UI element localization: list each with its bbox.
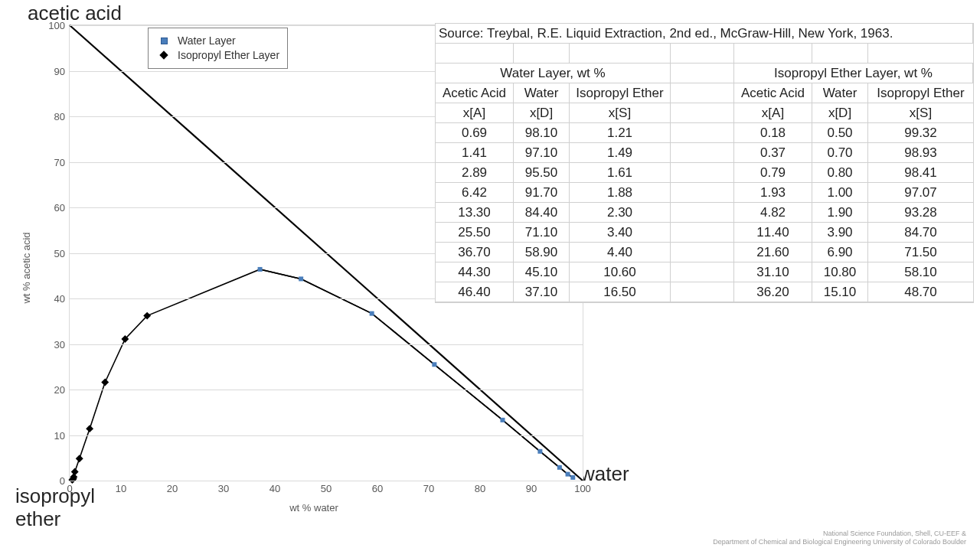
table-cell: 4.82 xyxy=(734,203,812,223)
table-cell: Isopropyl Ether xyxy=(570,83,671,103)
svg-rect-12 xyxy=(71,468,79,476)
svg-rect-1 xyxy=(566,472,570,477)
table-cell: 6.90 xyxy=(812,243,868,262)
table-cell: 25.50 xyxy=(436,223,514,243)
y-tick: 60 xyxy=(44,202,65,214)
table-cell xyxy=(671,64,734,83)
x-tick: 80 xyxy=(475,483,485,494)
table-cell xyxy=(812,44,868,64)
table-cell: 1.00 xyxy=(812,183,868,203)
svg-rect-15 xyxy=(101,379,109,386)
data-table: Source: Treybal, R.E. Liquid Extraction,… xyxy=(435,23,974,303)
table-cell: 2.30 xyxy=(570,203,671,223)
chart-legend: Water Layer Isopropyl Ether Layer xyxy=(148,28,288,69)
table-cell: 2.89 xyxy=(436,163,514,183)
table-cell: 13.30 xyxy=(436,203,514,223)
legend-ether-layer: Isopropyl Ether Layer xyxy=(178,49,279,61)
table-cell: x[A] xyxy=(734,103,812,123)
table-cell: 98.93 xyxy=(868,143,973,163)
x-tick: 60 xyxy=(372,483,383,494)
table-cell: 45.10 xyxy=(514,262,570,282)
table-cell: 1.41 xyxy=(436,143,514,163)
table-cell: 71.50 xyxy=(868,243,973,262)
table-cell: 84.70 xyxy=(868,223,973,243)
table-cell: 21.60 xyxy=(734,243,812,262)
svg-rect-4 xyxy=(500,418,505,422)
x-tick: 50 xyxy=(321,483,332,494)
table-cell: 37.10 xyxy=(514,282,570,302)
svg-rect-0 xyxy=(570,475,575,480)
group-ether: Isopropyl Ether Layer, wt % xyxy=(734,64,973,83)
table-cell: 91.70 xyxy=(514,183,570,203)
x-tick: 0 xyxy=(67,483,72,494)
table-cell xyxy=(436,44,514,64)
x-tick: 100 xyxy=(574,483,591,494)
table-cell: 1.49 xyxy=(570,143,671,163)
table-cell: 46.40 xyxy=(436,282,514,302)
svg-rect-13 xyxy=(76,455,83,462)
svg-rect-8 xyxy=(258,267,263,272)
table-cell: 10.60 xyxy=(570,262,671,282)
table-cell xyxy=(671,103,734,123)
table-cell: 58.90 xyxy=(514,243,570,262)
table-cell: 99.32 xyxy=(868,123,973,143)
table-cell: Acetic Acid xyxy=(734,83,812,103)
table-cell: 0.79 xyxy=(734,163,812,183)
table-cell: 93.28 xyxy=(868,203,973,223)
table-cell: 10.80 xyxy=(812,262,868,282)
x-tick: 90 xyxy=(526,483,537,494)
table-cell: x[D] xyxy=(812,103,868,123)
table-cell: 58.10 xyxy=(868,262,973,282)
table-cell: 98.10 xyxy=(514,123,570,143)
table-cell: 3.40 xyxy=(570,223,671,243)
y-tick: 80 xyxy=(44,111,65,122)
svg-rect-3 xyxy=(537,449,542,454)
x-axis-title: wt % water xyxy=(289,502,338,514)
table-cell: 44.30 xyxy=(436,262,514,282)
table-cell xyxy=(671,44,734,64)
x-tick: 10 xyxy=(116,483,126,494)
table-cell: 1.90 xyxy=(812,203,868,223)
y-tick: 90 xyxy=(44,65,65,77)
table-cell: 0.18 xyxy=(734,123,812,143)
table-cell: 1.93 xyxy=(734,183,812,203)
table-cell: 1.21 xyxy=(570,123,671,143)
y-tick: 100 xyxy=(44,20,65,31)
x-tick: 70 xyxy=(423,483,434,494)
table-cell xyxy=(671,83,734,103)
table-cell: Isopropyl Ether xyxy=(868,83,973,103)
vertex-label-acetic: acetic acid xyxy=(28,2,122,25)
table-cell xyxy=(734,44,812,64)
table-cell xyxy=(671,143,734,163)
y-axis-title: wt % acetic acid xyxy=(21,232,32,303)
table-cell: Water xyxy=(812,83,868,103)
table-cell xyxy=(671,223,734,243)
group-water: Water Layer, wt % xyxy=(436,64,671,83)
table-cell: 36.20 xyxy=(734,282,812,302)
y-tick: 40 xyxy=(44,293,65,305)
table-cell xyxy=(671,163,734,183)
legend-water-layer: Water Layer xyxy=(178,34,236,47)
table-cell xyxy=(868,44,973,64)
table-cell: 16.50 xyxy=(570,282,671,302)
table-cell: 4.40 xyxy=(570,243,671,262)
table-cell: x[A] xyxy=(436,103,514,123)
table-cell xyxy=(671,243,734,262)
y-tick: 0 xyxy=(44,475,65,487)
table-cell: 0.69 xyxy=(436,123,514,143)
table-cell: 95.50 xyxy=(514,163,570,183)
table-cell: 0.37 xyxy=(734,143,812,163)
table-cell: 0.80 xyxy=(812,163,868,183)
x-tick: 20 xyxy=(167,483,178,494)
svg-rect-7 xyxy=(299,276,303,281)
table-cell xyxy=(671,123,734,143)
table-cell: x[D] xyxy=(514,103,570,123)
table-cell xyxy=(671,183,734,203)
svg-rect-14 xyxy=(86,425,93,432)
svg-rect-6 xyxy=(370,311,374,316)
table-cell: 3.90 xyxy=(812,223,868,243)
table-cell: x[S] xyxy=(868,103,973,123)
source-cell: Source: Treybal, R.E. Liquid Extraction,… xyxy=(436,24,973,44)
table-cell: 0.50 xyxy=(812,123,868,143)
footer-credits: National Science Foundation, Shell, CU-E… xyxy=(713,530,966,546)
